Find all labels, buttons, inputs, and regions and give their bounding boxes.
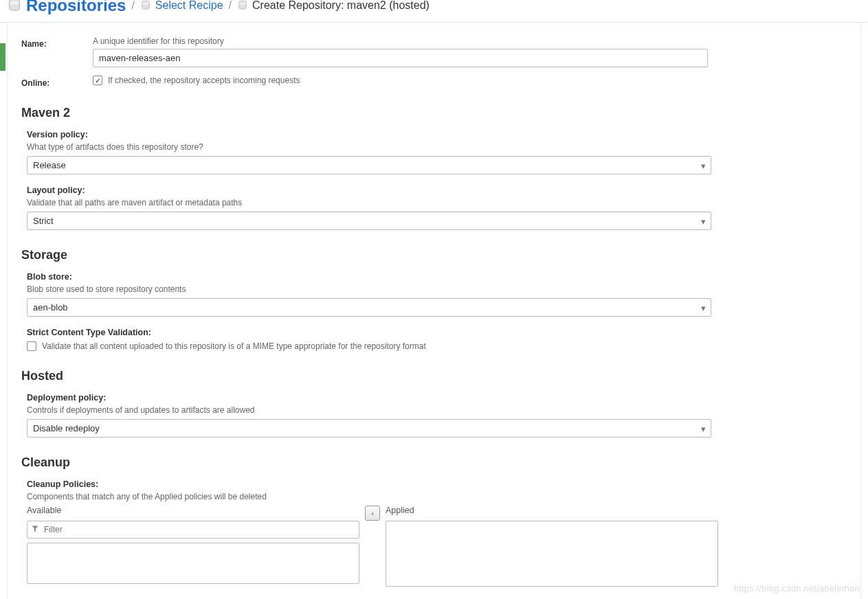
section-title-storage: Storage <box>21 248 847 262</box>
layout-policy-help: Validate that all paths are maven artifa… <box>27 198 847 207</box>
deployment-policy-help: Controls if deployments of and updates t… <box>27 405 847 415</box>
section-title-hosted: Hosted <box>21 369 847 383</box>
blob-store-group: Blob store: Blob store used to store rep… <box>27 272 847 317</box>
version-policy-help: What type of artifacts does this reposit… <box>27 142 847 152</box>
online-checkbox[interactable]: ✓ <box>93 76 102 85</box>
section-title-cleanup: Cleanup <box>21 455 847 470</box>
active-indicator <box>0 43 5 71</box>
online-label: Online: <box>21 76 93 88</box>
filter-input[interactable] <box>27 521 359 539</box>
applied-listbox[interactable] <box>386 521 718 587</box>
strict-validation-check-label: Validate that all content uploaded to th… <box>42 341 426 351</box>
database-icon <box>140 0 151 11</box>
name-label: Name: <box>21 36 93 49</box>
name-row: Name: A unique identifier for this repos… <box>21 36 847 67</box>
blob-store-label: Blob store: <box>27 272 847 282</box>
available-column: Available <box>27 506 359 584</box>
filter-icon <box>31 525 39 535</box>
chevron-right-icon: › <box>371 509 374 517</box>
online-help: If checked, the repository accepts incom… <box>108 76 300 85</box>
breadcrumb-select-recipe[interactable]: Select Recipe <box>140 0 223 12</box>
form-panel: Name: A unique identifier for this repos… <box>7 23 861 599</box>
cleanup-policies-help: Components that match any of the Applied… <box>27 492 847 501</box>
name-help: A unique identifier for this repository <box>93 36 847 46</box>
version-policy-select[interactable]: Release <box>27 156 711 174</box>
breadcrumb-root-text: Repositories <box>26 0 126 15</box>
breadcrumb-separator: / <box>229 0 232 12</box>
layout-policy-select[interactable]: Strict <box>27 212 711 230</box>
breadcrumb-select-text: Select Recipe <box>155 0 223 12</box>
name-input[interactable] <box>93 49 708 67</box>
blob-store-select[interactable]: aen-blob <box>27 298 711 317</box>
online-row: Online: ✓ If checked, the repository acc… <box>21 76 847 88</box>
breadcrumb-current: Create Repository: maven2 (hosted) <box>237 0 430 12</box>
available-listbox[interactable] <box>27 543 359 584</box>
transfer-buttons: › <box>365 506 380 522</box>
version-policy-label: Version policy: <box>27 130 847 139</box>
breadcrumb-root[interactable]: Repositories <box>7 0 126 15</box>
deployment-policy-label: Deployment policy: <box>27 393 847 403</box>
cleanup-policies-label: Cleanup Policies: <box>27 479 847 489</box>
cleanup-policies-group: Cleanup Policies: Components that match … <box>27 479 847 587</box>
breadcrumb-current-text: Create Repository: maven2 (hosted) <box>252 0 430 12</box>
breadcrumb: Repositories / Select Recipe / Create Re… <box>0 0 868 23</box>
layout-policy-label: Layout policy: <box>27 185 847 195</box>
database-icon <box>237 0 248 11</box>
database-icon <box>7 0 22 13</box>
deployment-policy-select[interactable]: Disable redeploy <box>27 419 711 438</box>
watermark: https://blog.csdn.net/abelethan <box>734 583 860 594</box>
deployment-policy-group: Deployment policy: Controls if deploymen… <box>27 393 847 438</box>
version-policy-group: Version policy: What type of artifacts d… <box>27 130 847 174</box>
breadcrumb-separator: / <box>131 0 134 12</box>
move-right-button[interactable]: › <box>365 506 380 521</box>
available-label: Available <box>27 506 359 515</box>
applied-column: Applied <box>386 506 718 587</box>
strict-validation-label: Strict Content Type Validation: <box>27 328 847 337</box>
strict-validation-checkbox[interactable] <box>27 341 36 351</box>
applied-label: Applied <box>386 506 718 515</box>
layout-policy-group: Layout policy: Validate that all paths a… <box>27 185 847 230</box>
strict-validation-group: Strict Content Type Validation: Validate… <box>27 328 847 351</box>
blob-store-help: Blob store used to store repository cont… <box>27 284 847 294</box>
section-title-maven2: Maven 2 <box>21 106 847 120</box>
